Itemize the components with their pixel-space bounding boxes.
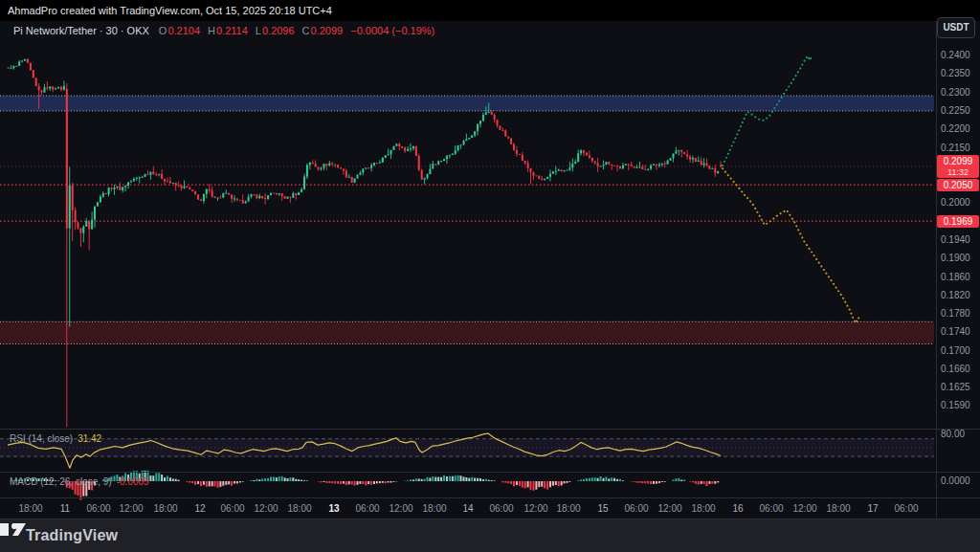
price-axis-label[interactable]: 0.2350 (941, 68, 970, 78)
ohlc-low: L0.2096 (256, 25, 295, 36)
top-strip: AhmadPro created with TradingView.com, O… (0, 0, 980, 21)
price-axis-tag[interactable]: 0.1969 (937, 215, 979, 228)
price-axis-label[interactable]: 0.1700 (941, 345, 970, 356)
time-axis-label[interactable]: 12:00 (523, 503, 547, 514)
tag-price: 0.1969 (937, 215, 979, 228)
price-axis-label[interactable]: 0.1780 (941, 308, 970, 319)
change-value: −0.0004 (−0.19%) (350, 25, 434, 36)
time-axis-label[interactable]: 12:00 (389, 503, 412, 514)
rsi-indicator-label[interactable]: RSI (14, close)31.42 (10, 433, 101, 444)
tradingview-chart-window: AhmadPro created with TradingView.com, O… (0, 0, 980, 552)
symbol-title[interactable]: Pi Network/Tether · 30 · OKX (13, 25, 149, 36)
time-axis-label[interactable]: 18:00 (826, 503, 850, 514)
tag-price: 0.2099 (937, 155, 979, 167)
time-axis-label[interactable]: 14 (462, 503, 473, 514)
price-axis-label[interactable]: 0.1740 (941, 326, 970, 337)
time-axis-label[interactable]: 13 (328, 503, 339, 514)
price-axis-label[interactable]: 0.1820 (941, 290, 970, 300)
ohlc-high: H0.2114 (208, 25, 248, 36)
time-axis-label[interactable]: 12:00 (657, 503, 681, 514)
price-axis-label[interactable]: 80.00 (941, 429, 965, 439)
price-axis-label[interactable]: 0.1625 (941, 382, 970, 392)
price-axis-label[interactable]: 0.0000 (941, 475, 970, 486)
currency-toggle-button[interactable]: USDT (937, 17, 975, 38)
time-axis-label[interactable]: 18:00 (153, 503, 177, 514)
price-axis-label[interactable]: 0.1660 (941, 364, 970, 374)
tag-countdown: 11:32 (937, 167, 979, 178)
time-axis-label[interactable]: 11 (60, 503, 70, 514)
price-axis-tag[interactable]: 0.209911:32 (937, 155, 979, 178)
time-axis-label[interactable]: 17 (867, 503, 878, 514)
time-axis-label[interactable]: 18:00 (422, 503, 446, 514)
time-axis-label[interactable]: 06:00 (86, 503, 110, 514)
time-axis-label[interactable]: 16 (732, 503, 743, 514)
time-axis-label[interactable]: 18:00 (556, 503, 580, 514)
zone-resistance[interactable] (0, 96, 934, 111)
price-axis-label[interactable]: 0.1900 (941, 253, 970, 263)
chart-canvas[interactable] (0, 0, 980, 552)
price-axis-label[interactable]: 0.2300 (941, 87, 970, 98)
symbol-bar: Pi Network/Tether · 30 · OKX O0.2104 H0.… (13, 24, 434, 37)
time-axis-label[interactable]: 06:00 (220, 503, 244, 514)
footer-bar: TradingView (0, 519, 980, 552)
zone-support[interactable] (0, 321, 934, 343)
time-axis-label[interactable]: 18:00 (18, 503, 42, 514)
macd-indicator-label[interactable]: MACD (12, 26, close, 9)-0.0005 (10, 476, 149, 487)
time-axis-label[interactable]: 12:00 (792, 503, 816, 514)
price-axis-label[interactable]: 0.2250 (941, 105, 970, 116)
macd-value: -0.0005 (117, 476, 149, 487)
time-axis-label[interactable]: 18:00 (287, 503, 311, 514)
price-axis-label[interactable]: 0.2200 (941, 123, 970, 134)
price-axis-label[interactable]: 0.2400 (941, 50, 970, 60)
projection-bearish[interactable] (723, 168, 860, 323)
rsi-value: 31.42 (78, 433, 101, 444)
ohlc-close: C0.2099 (302, 25, 344, 36)
time-axis-label[interactable]: 18:00 (691, 503, 715, 514)
time-axis-label[interactable]: 12:00 (254, 503, 278, 514)
tag-price: 0.2050 (937, 179, 979, 191)
tradingview-wordmark[interactable]: TradingView (26, 527, 118, 544)
price-axis-label[interactable]: 0.1590 (941, 400, 970, 410)
time-axis-label[interactable]: 06:00 (624, 503, 648, 514)
time-axis-label[interactable]: 12:00 (119, 503, 143, 514)
watermark-text: AhmadPro created with TradingView.com, O… (8, 0, 332, 21)
time-axis-label[interactable]: 06:00 (489, 503, 513, 514)
time-axis-label[interactable]: 06:00 (355, 503, 379, 514)
price-axis-label[interactable]: 0.1940 (941, 234, 970, 245)
ohlc-open: O0.2104 (159, 25, 200, 36)
time-axis-label[interactable]: 06:00 (759, 503, 783, 514)
price-axis-label[interactable]: 0.2150 (941, 143, 970, 153)
time-axis-label[interactable]: 15 (597, 503, 608, 514)
candles-layer (8, 58, 723, 428)
time-axis-label[interactable]: 06:00 (894, 503, 918, 514)
price-axis-tag[interactable]: 0.2050 (937, 179, 979, 191)
price-axis-label[interactable]: 0.2000 (941, 197, 970, 208)
price-axis-label[interactable]: 0.1860 (941, 272, 970, 282)
time-axis-label[interactable]: 12 (194, 503, 205, 514)
